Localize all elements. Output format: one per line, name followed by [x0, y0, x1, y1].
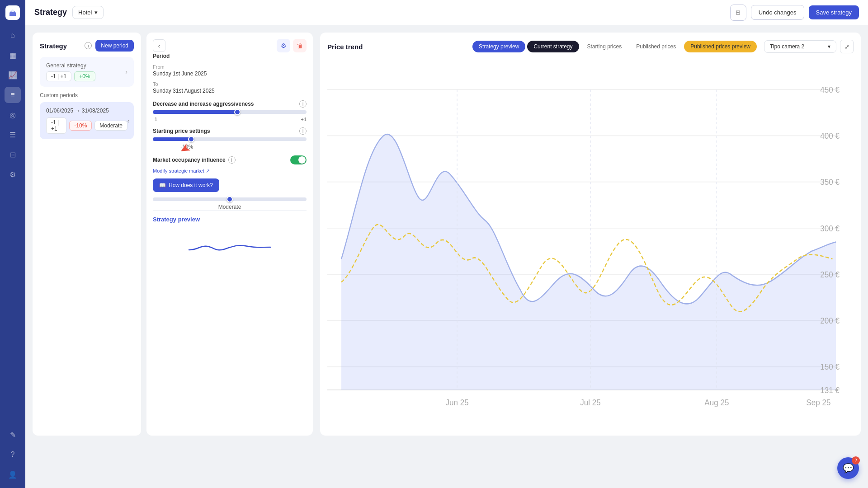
chart-area: 450 € 400 € 350 € 300 € 250 € 200 € 150 …: [327, 59, 854, 428]
how-it-works-row: 📖 How does it work?: [153, 178, 307, 192]
content-area: Strategy i New period General strategy -…: [25, 25, 868, 443]
custom-periods-label: Custom periods: [40, 92, 134, 99]
new-period-button[interactable]: New period: [95, 40, 134, 52]
how-it-works-button[interactable]: 📖 How does it work?: [153, 178, 219, 192]
starting-price-value: -10%: [153, 144, 307, 150]
prev-period-button[interactable]: ‹: [153, 39, 165, 52]
date-fields: From Sunday 1st June 2025: [153, 64, 307, 77]
delete-button[interactable]: 🗑: [293, 39, 307, 52]
chart-header-right: Strategy preview Current strategy Starti…: [472, 40, 854, 53]
general-strategy-badges: -1 | +1 +0%: [46, 71, 95, 81]
period-badge-1: -1 | +1: [46, 117, 66, 134]
info-icon[interactable]: i: [85, 42, 92, 49]
from-field: From Sunday 1st June 2025: [153, 64, 207, 77]
tab-starting-prices[interactable]: Starting prices: [581, 41, 628, 52]
book-icon: 📖: [159, 182, 166, 188]
moderate-slider-section: Moderate: [153, 197, 307, 210]
left-container: Strategy i New period General strategy -…: [33, 33, 313, 436]
moderate-slider[interactable]: [153, 197, 307, 201]
tab-current-strategy[interactable]: Current strategy: [527, 41, 579, 52]
starting-price-label: Starting price settings: [153, 128, 210, 134]
period-navigation: ‹: [153, 39, 165, 52]
page-title: Strategy: [34, 8, 67, 17]
expand-chart-button[interactable]: ⤢: [840, 40, 854, 53]
sidebar-item-chart[interactable]: 📈: [5, 67, 21, 83]
to-label: To: [153, 81, 215, 87]
app-logo: [5, 5, 20, 20]
sidebar-item-gear[interactable]: ⚙: [5, 166, 21, 183]
period-detail-panel: ‹ ⚙ 🗑 Period ✎ From Sunday 1st June 2025: [146, 33, 313, 436]
svg-text:350 €: 350 €: [820, 178, 840, 187]
from-value: Sunday 1st June 2025: [153, 70, 207, 77]
period-actions: ⚙ 🗑: [277, 39, 307, 52]
to-value: Sunday 31st August 2025: [153, 88, 215, 94]
market-occupancy-toggle[interactable]: [290, 155, 307, 164]
chevron-right-icon: ›: [125, 68, 127, 75]
room-type-dropdown[interactable]: Tipo camera 2 ▾: [764, 40, 836, 53]
sidebar-item-home[interactable]: ⌂: [5, 27, 21, 43]
svg-text:150 €: 150 €: [820, 362, 840, 372]
sidebar-item-user[interactable]: 👤: [5, 466, 21, 483]
chat-notification-badge: 2: [852, 456, 860, 465]
starting-price-info-icon[interactable]: i: [299, 127, 307, 135]
topbar: Strategy Hotel ▾ ⊞ Undo changes Save str…: [25, 0, 868, 25]
chat-button[interactable]: 💬 2: [837, 457, 859, 479]
sidebar-item-location[interactable]: ◎: [5, 107, 21, 123]
general-strategy-card[interactable]: General strategy -1 | +1 +0% ›: [40, 57, 134, 87]
sidebar-item-list[interactable]: ☰: [5, 127, 21, 143]
svg-text:Jul 25: Jul 25: [580, 398, 601, 407]
chart-title: Price trend: [327, 43, 363, 51]
period-dates-row: Period ✎: [153, 52, 307, 60]
svg-text:250 €: 250 €: [820, 270, 840, 279]
moderate-label: Moderate: [153, 204, 307, 210]
aggressiveness-slider[interactable]: [153, 110, 307, 114]
strategy-preview-label: Strategy preview: [153, 216, 307, 223]
market-occupancy-label: Market occupancy influence: [153, 157, 226, 163]
badge-minus1: -1 | +1: [46, 71, 71, 81]
svg-text:200 €: 200 €: [820, 316, 840, 326]
aggressiveness-row: Decrease and increase aggressiveness i: [153, 100, 307, 108]
chart-tabs: Strategy preview Current strategy Starti…: [472, 41, 757, 52]
to-field-row: To Sunday 31st August 2025: [153, 81, 307, 94]
svg-text:450 €: 450 €: [820, 85, 840, 94]
settings-button[interactable]: ⚙: [277, 39, 290, 52]
chevron-down-icon: ▾: [828, 43, 830, 50]
svg-text:Sep 25: Sep 25: [806, 398, 830, 407]
bottom-area: [25, 443, 868, 488]
aggressiveness-info-icon[interactable]: i: [299, 100, 307, 108]
sidebar-item-shop[interactable]: ⊡: [5, 146, 21, 163]
period-badge-moderate: Moderate: [94, 121, 127, 131]
from-label: From: [153, 64, 207, 70]
svg-text:300 €: 300 €: [820, 224, 840, 233]
tab-published-preview[interactable]: Published prices preview: [684, 41, 757, 52]
sidebar-item-strategy[interactable]: ≡: [5, 87, 21, 103]
chart-panel: Price trend Strategy preview Current str…: [320, 33, 861, 436]
save-button[interactable]: Save strategy: [809, 5, 859, 19]
svg-text:131 €: 131 €: [820, 385, 840, 395]
strategy-preview-section: Strategy preview: [153, 210, 307, 263]
main-area: Strategy Hotel ▾ ⊞ Undo changes Save str…: [25, 0, 868, 488]
period-detail-header: ‹ ⚙ 🗑: [153, 39, 307, 52]
sidebar-item-edit[interactable]: ✎: [5, 427, 21, 443]
modify-market-link[interactable]: Modify strategic market ↗: [153, 168, 210, 174]
aggressiveness-slider-labels: -1 +1: [153, 117, 307, 122]
aggressiveness-label: Decrease and increase aggressiveness: [153, 101, 254, 107]
svg-text:Jun 25: Jun 25: [446, 398, 469, 407]
market-info-icon[interactable]: i: [228, 156, 236, 164]
period-label: Period: [153, 53, 170, 59]
period-badges: -1 | +1 -10% Moderate: [46, 117, 127, 134]
undo-button[interactable]: Undo changes: [751, 5, 804, 20]
period-card[interactable]: 01/06/2025 → 31/08/2025 -1 | +1 -10% Mod…: [40, 102, 134, 139]
svg-text:Aug 25: Aug 25: [704, 398, 729, 407]
monitor-icon[interactable]: ⊞: [730, 5, 746, 21]
starting-price-slider-container[interactable]: ➤: [153, 137, 307, 141]
svg-point-0: [11, 9, 14, 12]
sidebar-item-help[interactable]: ?: [5, 446, 21, 463]
tab-published-prices[interactable]: Published prices: [630, 41, 682, 52]
chart-header: Price trend Strategy preview Current str…: [327, 40, 854, 53]
strategy-preview-chart: [153, 227, 307, 263]
sidebar-item-table[interactable]: ▦: [5, 47, 21, 63]
period-badge-percent: -10%: [69, 121, 92, 131]
hotel-dropdown[interactable]: Hotel ▾: [72, 6, 104, 19]
tab-strategy-preview[interactable]: Strategy preview: [472, 41, 525, 52]
